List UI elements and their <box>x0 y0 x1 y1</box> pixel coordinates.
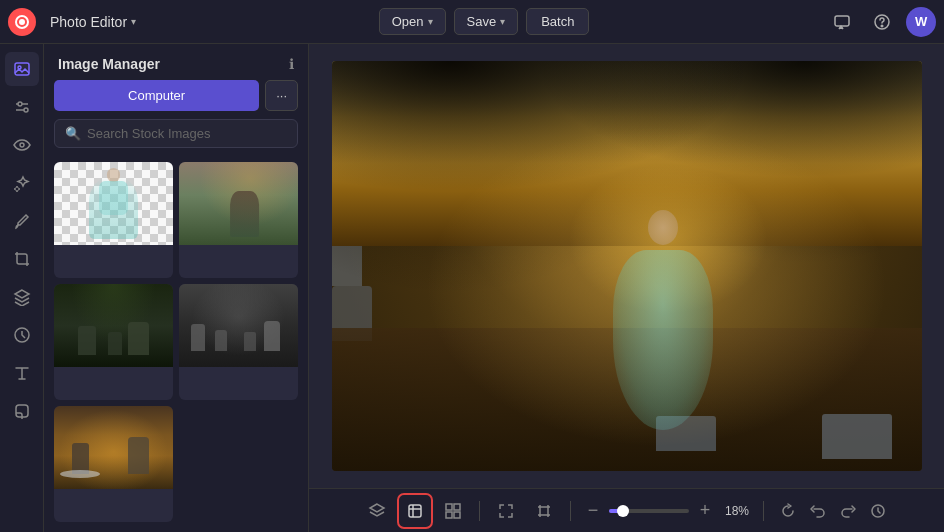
search-bar: 🔍 <box>54 119 298 148</box>
undo-redo-controls <box>774 497 892 525</box>
panel-header: Image Manager ℹ <box>44 44 308 80</box>
grid-icon[interactable] <box>437 495 469 527</box>
separator-3 <box>763 501 764 521</box>
redo-icon[interactable] <box>834 497 862 525</box>
info-icon[interactable]: ℹ <box>289 56 294 72</box>
svg-rect-14 <box>454 512 460 518</box>
layers-rail-icon[interactable] <box>5 280 39 314</box>
transform-icon[interactable] <box>528 495 560 527</box>
chat-icon-button[interactable] <box>826 6 858 38</box>
zoom-percent: 18% <box>721 504 753 518</box>
gravestone-5 <box>332 286 372 341</box>
thumbnail-2[interactable] <box>179 162 298 278</box>
batch-button[interactable]: Batch <box>526 8 589 35</box>
snow-2 <box>332 351 387 363</box>
zoom-thumb[interactable] <box>617 505 629 517</box>
panel-title: Image Manager <box>58 56 160 72</box>
history-icon[interactable] <box>864 497 892 525</box>
sticker-rail-icon[interactable] <box>5 394 39 428</box>
zoom-controls: − + 18% <box>581 499 753 523</box>
eye-rail-icon[interactable] <box>5 128 39 162</box>
gravestone-4 <box>332 241 362 286</box>
image-grid <box>44 158 308 532</box>
gravestone-2 <box>332 121 367 171</box>
svg-rect-11 <box>446 504 452 510</box>
snow-3 <box>332 363 362 371</box>
figure-dress <box>613 250 713 430</box>
svg-point-1 <box>19 19 25 25</box>
figure <box>603 210 723 430</box>
svg-rect-13 <box>446 512 452 518</box>
app-logo <box>8 8 36 36</box>
snow-1 <box>332 341 372 351</box>
selection-icon[interactable] <box>399 495 431 527</box>
figure-head <box>648 210 678 245</box>
refresh-icon[interactable] <box>774 497 802 525</box>
zoom-out-button[interactable]: − <box>581 499 605 523</box>
app-name-label: Photo Editor <box>50 14 127 30</box>
expand-icon[interactable] <box>490 495 522 527</box>
avatar[interactable]: W <box>906 7 936 37</box>
adjustments-rail-icon[interactable] <box>5 90 39 124</box>
images-rail-icon[interactable] <box>5 52 39 86</box>
thumbnail-5[interactable] <box>54 406 173 522</box>
app-name-button[interactable]: Photo Editor ▾ <box>44 10 142 34</box>
svg-rect-12 <box>454 504 460 510</box>
help-icon-button[interactable] <box>866 6 898 38</box>
computer-button[interactable]: Computer <box>54 80 259 111</box>
zoom-in-button[interactable]: + <box>693 499 717 523</box>
crop-rail-icon[interactable] <box>5 242 39 276</box>
separator-1 <box>479 501 480 521</box>
separator-2 <box>570 501 571 521</box>
thumbnail-3[interactable] <box>54 284 173 400</box>
panel-actions: Computer ··· <box>44 80 308 119</box>
undo-icon[interactable] <box>804 497 832 525</box>
thumbnail-4[interactable] <box>179 284 298 400</box>
save-button[interactable]: Save ▾ <box>454 8 519 35</box>
svg-rect-2 <box>835 16 849 26</box>
chevron-down-icon: ▾ <box>131 16 136 27</box>
main-area: Image Manager ℹ Computer ··· 🔍 <box>0 44 944 532</box>
zoom-slider[interactable] <box>609 509 689 513</box>
chevron-down-icon: ▾ <box>500 16 505 27</box>
svg-point-7 <box>20 143 24 147</box>
more-options-button[interactable]: ··· <box>265 80 298 111</box>
svg-point-4 <box>881 25 883 27</box>
icon-rail <box>0 44 44 532</box>
layers-icon[interactable] <box>361 495 393 527</box>
open-button[interactable]: Open ▾ <box>379 8 446 35</box>
canvas-area: − + 18% <box>309 44 944 532</box>
svg-rect-5 <box>15 63 29 75</box>
left-panel: Image Manager ℹ Computer ··· 🔍 <box>44 44 309 532</box>
effects-rail-icon[interactable] <box>5 318 39 352</box>
thumbnail-1[interactable] <box>54 162 173 278</box>
svg-rect-15 <box>540 507 548 515</box>
gravestone-3 <box>332 171 387 241</box>
gravestone-1 <box>332 61 377 121</box>
topbar: Photo Editor ▾ Open ▾ Save ▾ Batch W <box>0 0 944 44</box>
text-rail-icon[interactable] <box>5 356 39 390</box>
canvas-image <box>332 61 922 471</box>
search-icon: 🔍 <box>65 126 81 141</box>
svg-rect-10 <box>409 505 421 517</box>
brush-rail-icon[interactable] <box>5 204 39 238</box>
magic-rail-icon[interactable] <box>5 166 39 200</box>
chevron-down-icon: ▾ <box>428 16 433 27</box>
search-input[interactable] <box>87 126 287 141</box>
bottom-toolbar: − + 18% <box>309 488 944 532</box>
canvas-viewport <box>309 44 944 488</box>
